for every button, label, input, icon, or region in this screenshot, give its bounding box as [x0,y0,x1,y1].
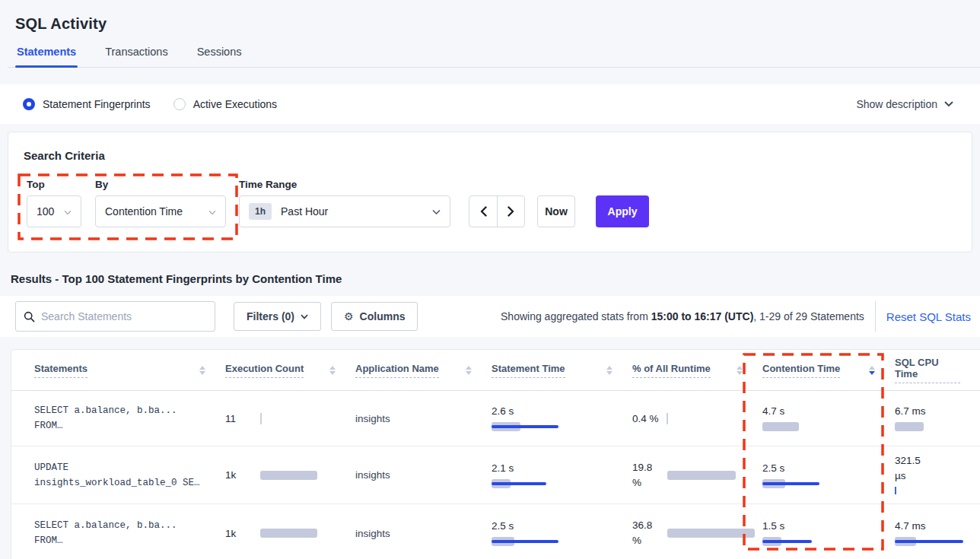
sort-icon[interactable] [737,366,743,375]
bar-gray [260,529,317,538]
bar-blue-line [762,482,819,485]
top-select[interactable]: 100 [27,195,81,227]
by-select-value: Contention Time [105,205,183,218]
search-criteria-title: Search Criteria [24,149,956,162]
bar-tick [260,413,262,424]
page-header: SQL Activity Statements Transactions Ses… [0,0,980,68]
column-header-contention-time[interactable]: Contention Time [762,363,895,378]
view-mode-band: Statement Fingerprints Active Executions… [0,84,980,124]
filters-label: Filters (0) [247,310,294,322]
application-name-cell: insights [355,413,492,424]
bar-blue-line [492,540,558,543]
search-statements-input[interactable] [41,310,207,322]
chevron-left-icon [480,206,487,217]
sort-icon[interactable] [329,366,336,375]
results-heading: Results - Top 100 Statement Fingerprints… [11,272,980,285]
reset-sql-stats-link[interactable]: Reset SQL Stats [886,310,972,323]
toolbar-divider [875,301,876,332]
statement-time-cell: 2.1 s [492,462,632,488]
statement-fingerprint-link[interactable]: SELECT a.balance, b.ba...FROM… [34,403,225,434]
bar-tick [667,413,668,424]
search-criteria-form: Top 100 By Contention Time Time Range 1h… [24,179,956,227]
time-step-buttons [469,195,525,227]
top-field-group: Top 100 [27,179,81,227]
time-range-value: Past Hour [281,205,328,218]
column-header-statement-time[interactable]: Statement Time [492,363,632,378]
tab-transactions[interactable]: Transactions [103,46,169,67]
chevron-down-icon [944,101,953,107]
column-header-sql-cpu-time[interactable]: SQL CPU Time [895,357,980,383]
gear-icon: ⚙ [344,311,354,322]
chevron-down-icon [64,205,72,218]
by-select[interactable]: Contention Time [95,195,226,227]
pct-runtime-cell: 36.8 % [632,518,762,548]
columns-label: Columns [360,310,406,322]
application-name-cell: insights [355,528,492,539]
table-row[interactable]: SELECT a.balance, b.ba...FROM… 11 insigh… [11,391,980,446]
contention-time-cell: 1.5 s [762,520,895,546]
sort-icon[interactable] [606,366,612,375]
radio-label: Statement Fingerprints [43,98,151,110]
stats-summary: Showing aggregated stats from 15:00 to 1… [501,310,864,322]
bar-gray [667,471,736,480]
columns-button[interactable]: ⚙ Columns [331,302,418,331]
execution-count-cell: 1k [225,528,355,539]
show-description-toggle[interactable]: Show description [856,98,953,110]
tab-statements[interactable]: Statements [15,46,78,67]
column-header-execution-count[interactable]: Execution Count [225,363,355,378]
now-button[interactable]: Now [537,195,575,227]
top-field-label: Top [27,179,81,190]
time-range-select[interactable]: 1h Past Hour [239,195,450,227]
page-title: SQL Activity [15,15,965,33]
radio-statement-fingerprints[interactable]: Statement Fingerprints [23,98,151,110]
column-header-pct-runtime[interactable]: % of All Runtime [632,363,762,378]
bar-gray [260,471,317,480]
radio-unselected-icon[interactable] [173,98,186,110]
results-toolbar: Filters (0) ⚙ Columns Showing aggregated… [0,296,980,337]
search-statements-box[interactable] [15,301,215,332]
time-range-label: Time Range [239,179,450,190]
bar-blue-line [895,540,963,543]
radio-active-executions[interactable]: Active Executions [173,98,278,110]
radio-label: Active Executions [193,98,278,110]
search-criteria-card: Search Criteria Top 100 By Contention Ti… [8,132,972,253]
sort-icon-active-desc[interactable] [869,366,875,375]
top-select-value: 100 [37,205,54,218]
chevron-down-icon [432,205,441,218]
contention-time-cell: 4.7 s [762,405,895,431]
table-header-row: Statements Execution Count Application N… [11,350,980,391]
sql-cpu-time-cell: 321.5 µs [895,453,980,497]
pct-runtime-cell: 0.4 % [632,413,762,424]
statement-fingerprint-link[interactable]: SELECT a.balance, b.ba...FROM… [34,518,225,548]
table-row[interactable]: SELECT a.balance, b.ba...FROM… 1k insigh… [11,504,980,559]
bar-gray [895,422,924,431]
sort-icon[interactable] [199,366,205,375]
tab-bar: Statements Transactions Sessions [8,46,980,68]
bar-blue-line [492,482,546,485]
chevron-down-icon [208,205,216,218]
sort-icon[interactable] [466,366,472,375]
statement-fingerprint-link[interactable]: UPDATEinsights_workload_table_0 SE… [34,460,225,491]
bar-gray [667,529,755,538]
bar-gray [762,422,799,431]
column-header-application-name[interactable]: Application Name [355,363,492,378]
sql-cpu-time-cell: 4.7 ms [895,520,980,546]
sql-activity-page: SQL Activity Statements Transactions Ses… [0,0,980,559]
tab-sessions[interactable]: Sessions [196,46,243,67]
application-name-cell: insights [355,469,492,481]
time-range-group: Time Range 1h Past Hour [239,179,450,227]
execution-count-cell: 1k [225,469,355,481]
table-row[interactable]: UPDATEinsights_workload_table_0 SE… 1k i… [11,446,980,504]
previous-time-button[interactable] [469,196,497,227]
execution-count-cell: 11 [225,413,355,424]
stats-summary-range: 15:00 to 16:17 (UTC) [651,310,754,322]
statement-time-cell: 2.6 s [492,405,632,431]
by-field-label: By [95,179,226,190]
bar-tick-blue [895,487,896,494]
column-header-statements[interactable]: Statements [34,363,225,378]
bar-blue-line [762,540,812,543]
apply-button[interactable]: Apply [596,195,649,227]
radio-selected-icon[interactable] [23,98,35,110]
next-time-button[interactable] [497,196,524,227]
filters-button[interactable]: Filters (0) [234,302,321,331]
